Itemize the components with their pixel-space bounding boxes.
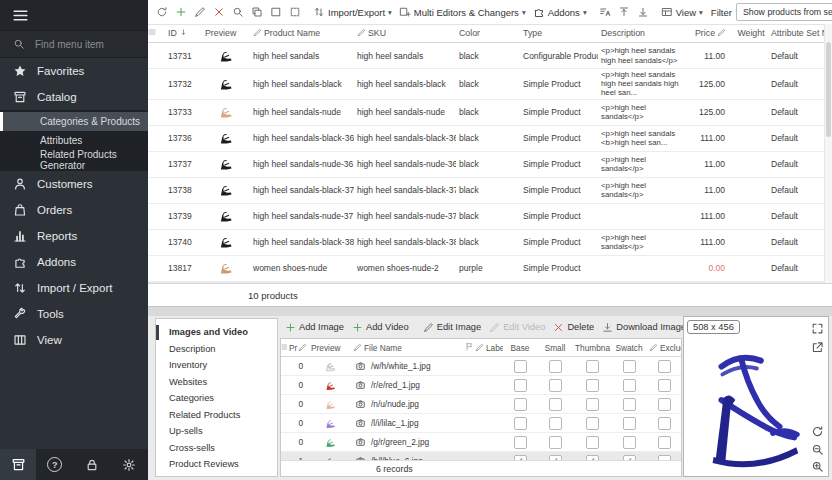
column-header-base[interactable]: Base (503, 339, 537, 357)
image-flag-checkbox[interactable] (658, 436, 671, 449)
sort-az-button[interactable] (596, 4, 614, 20)
image-row[interactable]: 0/l/i/lilac_1.jpg (281, 414, 681, 433)
image-flag-checkbox[interactable] (549, 417, 562, 430)
column-header-weight[interactable]: Weight (734, 24, 768, 43)
add-product-button[interactable] (172, 4, 190, 20)
image-flag-checkbox[interactable] (514, 379, 527, 392)
duplicate-button[interactable] (248, 4, 266, 20)
column-header-label[interactable]: Label (473, 339, 503, 357)
settings-button[interactable] (111, 458, 148, 472)
image-flag-checkbox[interactable] (514, 398, 527, 411)
tab-up-sells[interactable]: Up-sells (156, 423, 277, 440)
tab-cross-sells[interactable]: Cross-sells (156, 440, 277, 457)
column-header-sku[interactable]: SKU (354, 24, 456, 43)
image-flag-checkbox[interactable] (549, 379, 562, 392)
move-bottom-button[interactable] (634, 4, 652, 20)
view-menu[interactable]: View▾ (658, 4, 706, 20)
column-header-flag[interactable] (463, 339, 473, 357)
tab-product-reviews[interactable]: Product Reviews (156, 456, 277, 473)
sidebar-item-import-export[interactable]: Import / Export (0, 275, 148, 301)
delete-product-button[interactable] (210, 4, 228, 20)
image-row[interactable]: 0/r/e/red_1.jpg (281, 376, 681, 395)
tab-categories[interactable]: Categories (156, 390, 277, 407)
sidebar-item-reports[interactable]: Reports (0, 223, 148, 249)
delete-image-button[interactable]: Delete (550, 320, 597, 335)
sidebar-item-favorites[interactable]: Favorites (0, 58, 148, 84)
column-header-price[interactable]: Price (692, 24, 734, 43)
add-image-button[interactable]: Add Image (282, 320, 347, 335)
product-row[interactable]: 13731high heel sandalshigh heel sandalsb… (148, 43, 824, 69)
tab-inventory[interactable]: Inventory (156, 357, 277, 374)
image-flag-checkbox[interactable] (514, 436, 527, 449)
image-flag-checkbox[interactable] (586, 436, 599, 449)
product-row[interactable]: 13736high heel sandals-black-36high heel… (148, 125, 824, 151)
column-header-attribute-set[interactable]: Attribute Set Name (768, 24, 824, 43)
tab-websites[interactable]: Websites (156, 374, 277, 391)
product-row[interactable]: 13737high heel sandals-nude-36high heel … (148, 151, 824, 177)
sidebar-item-view[interactable]: View (0, 327, 148, 353)
sidebar-item-categories-products[interactable]: Categories & Products (0, 112, 148, 131)
catalog-module-button[interactable] (0, 449, 36, 480)
image-flag-checkbox[interactable] (549, 398, 562, 411)
image-flag-checkbox[interactable] (549, 436, 562, 449)
image-flag-checkbox[interactable] (586, 360, 599, 373)
tab-images-and-video[interactable]: Images and Video (156, 324, 277, 341)
column-header-exclude[interactable]: Exclude (647, 339, 681, 357)
product-row[interactable]: 13817women shoes-nudewomen shoes-nude-2p… (148, 255, 824, 281)
image-flag-checkbox[interactable] (586, 379, 599, 392)
image-flag-checkbox[interactable] (514, 417, 527, 430)
help-button[interactable]: ? (36, 457, 73, 472)
search-button[interactable] (229, 4, 247, 20)
menu-search-input[interactable] (33, 38, 129, 51)
sidebar-item-customers[interactable]: Customers (0, 171, 148, 197)
filter-select[interactable]: Show products from selected categories ▾ (736, 3, 832, 21)
multi-editors-menu[interactable]: Multi Editors & Changers▾ (396, 4, 529, 20)
addons-menu[interactable]: Addons▾ (530, 4, 590, 20)
column-header-swatch[interactable]: Swatch (611, 339, 647, 357)
image-flag-checkbox[interactable] (658, 360, 671, 373)
sidebar-search[interactable] (0, 30, 148, 58)
column-header-thumbnail[interactable]: Thumbna (573, 339, 611, 357)
refresh-button[interactable] (153, 4, 171, 20)
column-header-color[interactable]: Color (456, 24, 520, 43)
deselect-button[interactable] (286, 4, 304, 20)
column-header-type[interactable]: Type (520, 24, 598, 43)
column-header-preview[interactable]: Preview (309, 339, 351, 357)
image-flag-checkbox[interactable] (623, 379, 636, 392)
edit-product-button[interactable] (191, 4, 209, 20)
add-video-button[interactable]: Add Video (349, 320, 412, 335)
column-header-product-name[interactable]: Product Name (250, 24, 354, 43)
lock-button[interactable] (73, 458, 110, 472)
import-export-menu[interactable]: Import/Export▾ (310, 4, 395, 20)
image-flag-checkbox[interactable] (586, 417, 599, 430)
scrollbar-thumb[interactable] (826, 42, 831, 137)
column-header-position[interactable]: Pr (287, 339, 309, 357)
image-flag-checkbox[interactable] (586, 398, 599, 411)
tab-related-products[interactable]: Related Products (156, 407, 277, 424)
sidebar-item-related-products-generator[interactable]: Related Products Generator (0, 150, 148, 169)
column-header-small[interactable]: Small (537, 339, 573, 357)
image-flag-checkbox[interactable] (623, 417, 636, 430)
image-flag-checkbox[interactable] (658, 398, 671, 411)
menu-toggle-button[interactable] (0, 0, 148, 30)
image-row[interactable]: 0/g/r/green_2.jpg (281, 433, 681, 452)
vertical-scrollbar[interactable] (824, 24, 832, 283)
image-flag-checkbox[interactable] (623, 398, 636, 411)
product-row[interactable]: 13740high heel sandals-black-38high heel… (148, 229, 824, 255)
product-row[interactable]: 13738high heel sandals-black-37high heel… (148, 177, 824, 203)
image-flag-checkbox[interactable] (549, 360, 562, 373)
product-row[interactable]: 13739high heel sandals-nude-37high heel … (148, 203, 824, 229)
edit-image-button[interactable]: Edit Image (420, 320, 484, 335)
column-header-description[interactable]: Description (598, 24, 692, 43)
product-row[interactable]: 13732high heel sandals-blackhigh heel sa… (148, 69, 824, 100)
download-image-button[interactable]: Download Image (599, 320, 689, 335)
move-top-button[interactable] (615, 4, 633, 20)
sidebar-item-orders[interactable]: Orders (0, 197, 148, 223)
image-row[interactable]: 0/w/h/white_1.jpg (281, 357, 681, 376)
select-all-button[interactable] (267, 4, 285, 20)
sidebar-item-tools[interactable]: Tools (0, 301, 148, 327)
image-flag-checkbox[interactable] (658, 379, 671, 392)
image-flag-checkbox[interactable] (514, 360, 527, 373)
tab-description[interactable]: Description (156, 341, 277, 358)
image-flag-checkbox[interactable] (623, 436, 636, 449)
